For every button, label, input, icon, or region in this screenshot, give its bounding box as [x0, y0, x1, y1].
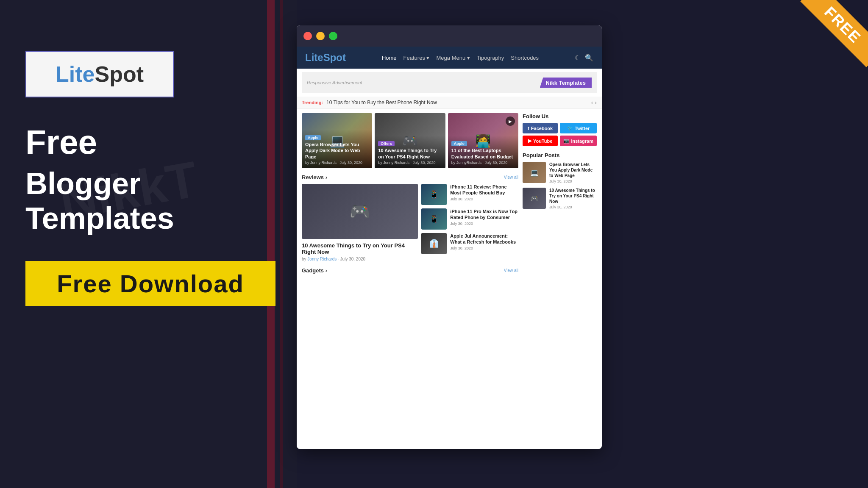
review-info-2: iPhone 11 Pro Max is Now Top Rated Phone… [450, 208, 518, 226]
hero-card-2-meta: by Jonny Richards · July 30, 2020 [378, 161, 442, 165]
hero-card-3[interactable]: 👩‍💻 ▶ Apple 11 of the Best Laptops Evalu… [448, 113, 518, 168]
twitter-icon: 🐦 [567, 125, 573, 131]
logo-display: LiteSpot [56, 61, 144, 87]
review-info-1: iPhone 11 Review: Phone Most People Shou… [450, 184, 518, 201]
trending-label: Trending: [302, 100, 323, 105]
download-button[interactable]: Free Download [25, 261, 275, 306]
reviews-grid: 🎮 10 Awesome Things to Try on Your PS4 R… [302, 184, 518, 261]
reviews-title: Reviews › [302, 174, 327, 180]
site-header: LiteSpot Home Features ▾ Mega Menu ▾ Tip… [297, 47, 602, 69]
popular-date-1: July 30, 2020 [549, 179, 597, 183]
ad-banner: Responsive Advertisement Nikk Templates [302, 72, 597, 93]
theme-toggle-icon[interactable]: ☾ [575, 54, 581, 62]
featured-articles: 💻 Apple Opera Browser Lets You Apply Dar… [302, 113, 518, 274]
maximize-button[interactable] [329, 32, 337, 40]
browser-window: LiteSpot Home Features ▾ Mega Menu ▾ Tip… [297, 25, 602, 449]
popular-title-2: 10 Awesome Things to Try on Your PS4 Rig… [549, 188, 597, 204]
trending-next[interactable]: › [595, 99, 597, 106]
browser-titlebar [297, 25, 602, 47]
follow-us-section: Follow Us f Facebook 🐦 Twitter ▶ YouTube [523, 113, 597, 146]
review-date-2: July 30, 2020 [450, 222, 518, 226]
logo-box: LiteSpot [25, 51, 174, 97]
twitter-button[interactable]: 🐦 Twitter [560, 123, 597, 133]
hero-card-2-tag: Offers [378, 141, 395, 146]
gadgets-view-all[interactable]: View all [504, 268, 518, 273]
minimize-button[interactable] [316, 32, 325, 40]
popular-date-2: July 30, 2020 [549, 205, 597, 209]
review-sidebar: 📱 iPhone 11 Review: Phone Most People Sh… [421, 184, 518, 261]
review-title-3: Apple Jul Announcement: What a Refresh f… [450, 233, 518, 245]
hero-card-1[interactable]: 💻 Apple Opera Browser Lets You Apply Dar… [302, 113, 372, 168]
gadgets-title: Gadgets › [302, 267, 327, 274]
hero-card-3-meta: by JonnyRichards · July 30, 2020 [451, 161, 515, 165]
facebook-button[interactable]: f Facebook [523, 123, 558, 133]
nav-megamenu[interactable]: Mega Menu ▾ [437, 55, 470, 61]
review-item-2[interactable]: 📱 iPhone 11 Pro Max is Now Top Rated Pho… [421, 208, 518, 230]
instagram-icon: 📷 [563, 138, 569, 144]
decorative-bar-2 [280, 0, 283, 488]
popular-posts-section: Popular Posts 💻 Opera Browser Lets You A… [523, 152, 597, 209]
hero-card-2-title: 10 Awesome Things to Try on Your PS4 Rig… [378, 147, 442, 160]
logo-spot: Spot [95, 62, 144, 86]
trending-prev[interactable]: ‹ [591, 99, 593, 106]
popular-item-2[interactable]: 🎮 10 Awesome Things to Try on Your PS4 R… [523, 188, 597, 209]
hero-card-2[interactable]: 🎮 Offers 10 Awesome Things to Try on You… [375, 113, 445, 168]
nav-icons: ☾ 🔍 [575, 54, 593, 62]
review-main-title: 10 Awesome Things to Try on Your PS4 Rig… [302, 242, 418, 255]
nav-shortcodes[interactable]: Shortcodes [511, 55, 539, 61]
hero-card-3-tag: Apple [451, 141, 467, 146]
trending-nav: ‹ › [591, 99, 597, 106]
nav-home[interactable]: Home [382, 55, 397, 61]
popular-thumb-2: 🎮 [523, 188, 546, 209]
follow-us-title: Follow Us [523, 113, 597, 119]
main-content: 💻 Apple Opera Browser Lets You Apply Dar… [297, 109, 602, 278]
logo-lite: Lite [56, 62, 95, 86]
hero-card-1-meta: by Jonny Richards · July 30, 2020 [305, 161, 369, 165]
nav-typography[interactable]: Tipography [477, 55, 504, 61]
tagline-free: Free [25, 123, 280, 162]
review-title-1: iPhone 11 Review: Phone Most People Shou… [450, 184, 518, 196]
review-main-meta: by Jonny Richards · July 30, 2020 [302, 257, 418, 261]
popular-title-1: Opera Browser Lets You Apply Dark Mode t… [549, 162, 597, 178]
youtube-button[interactable]: ▶ YouTube [523, 136, 558, 146]
play-button[interactable]: ▶ [506, 116, 515, 126]
trending-text: 10 Tips for You to Buy the Best Phone Ri… [326, 100, 437, 105]
reviews-view-all[interactable]: View all [504, 175, 518, 180]
right-sidebar: Follow Us f Facebook 🐦 Twitter ▶ YouTube [523, 113, 597, 274]
search-icon[interactable]: 🔍 [585, 54, 593, 62]
review-item-3[interactable]: 👔 Apple Jul Announcement: What a Refresh… [421, 233, 518, 254]
nikk-badge: Nikk Templates [540, 78, 592, 88]
review-item-1[interactable]: 📱 iPhone 11 Review: Phone Most People Sh… [421, 184, 518, 205]
free-banner-text: FREE [800, 0, 868, 67]
twitter-label: Twitter [575, 126, 590, 131]
nav-menu: Home Features ▾ Mega Menu ▾ Tipography S… [382, 55, 539, 61]
social-grid: f Facebook 🐦 Twitter ▶ YouTube 📷 Instagr… [523, 123, 597, 146]
popular-thumb-1: 💻 [523, 162, 546, 183]
free-corner-banner: FREE [783, 0, 868, 85]
popular-info-2: 10 Awesome Things to Try on Your PS4 Rig… [549, 188, 597, 209]
hero-card-1-title: Opera Browser Lets You Apply Dark Mode t… [305, 141, 369, 160]
trending-bar: Trending: 10 Tips for You to Buy the Bes… [297, 97, 602, 109]
close-button[interactable] [303, 32, 312, 40]
hero-card-1-overlay: Apple Opera Browser Lets You Apply Dark … [302, 130, 372, 168]
popular-posts-title: Popular Posts [523, 152, 597, 158]
reviews-header: Reviews › View all [302, 174, 518, 180]
review-main-article[interactable]: 🎮 10 Awesome Things to Try on Your PS4 R… [302, 184, 418, 261]
review-title-2: iPhone 11 Pro Max is Now Top Rated Phone… [450, 208, 518, 221]
nav-features[interactable]: Features ▾ [403, 55, 430, 61]
review-info-3: Apple Jul Announcement: What a Refresh f… [450, 233, 518, 250]
review-main-author[interactable]: Jonny Richards [307, 257, 337, 261]
hero-card-3-overlay: Apple 11 of the Best Laptops Evaluated B… [448, 136, 518, 168]
site-logo-spot: Spot [323, 52, 346, 63]
youtube-label: YouTube [533, 139, 552, 144]
youtube-icon: ▶ [528, 138, 531, 144]
tagline-blogger: Blogger Templates [25, 166, 280, 236]
hero-card-2-overlay: Offers 10 Awesome Things to Try on Your … [375, 136, 445, 168]
instagram-button[interactable]: 📷 Instagram [560, 136, 597, 146]
site-logo-lite: Lite [305, 52, 323, 63]
review-thumb-3: 👔 [421, 233, 447, 254]
popular-item-1[interactable]: 💻 Opera Browser Lets You Apply Dark Mode… [523, 162, 597, 183]
facebook-label: Facebook [531, 126, 553, 131]
hero-cards: 💻 Apple Opera Browser Lets You Apply Dar… [302, 113, 518, 168]
review-date-1: July 30, 2020 [450, 197, 518, 201]
